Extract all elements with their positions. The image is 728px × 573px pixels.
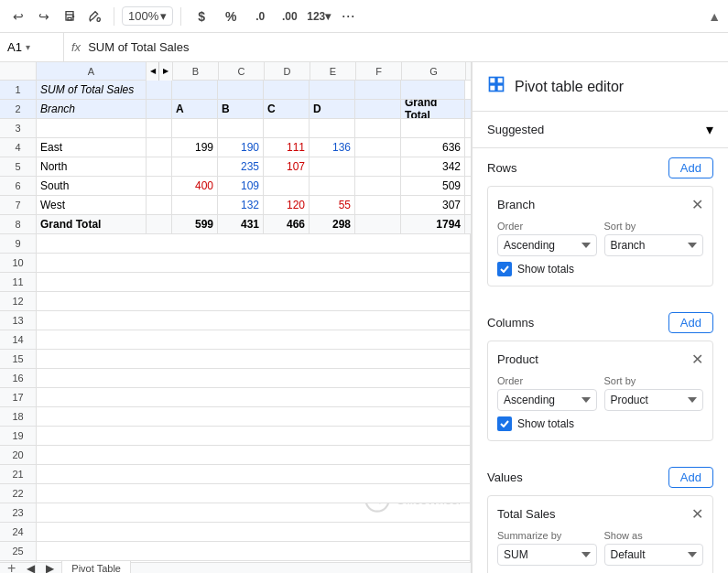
cell-f5[interactable]: [355, 157, 401, 176]
cell-d1[interactable]: [264, 81, 310, 99]
cell-d8[interactable]: 466: [264, 215, 310, 233]
cell-a2[interactable]: Branch: [37, 100, 147, 118]
cell-b3[interactable]: [172, 119, 218, 137]
cell-f2[interactable]: [355, 100, 401, 118]
cell-e2[interactable]: D: [310, 100, 355, 118]
row-num-6[interactable]: 6: [0, 177, 37, 195]
row-num-15[interactable]: 15: [0, 350, 37, 368]
cell-a7[interactable]: West: [37, 196, 147, 214]
cell-a6[interactable]: South: [37, 177, 147, 195]
col-expand-right[interactable]: ▶: [159, 62, 172, 81]
sheet-tab-pivot[interactable]: Pivot Table: [61, 560, 131, 573]
cell-a4[interactable]: East: [37, 138, 147, 157]
cell-a8[interactable]: Grand Total: [37, 215, 147, 233]
cell-e8[interactable]: 298: [310, 215, 355, 233]
branch-show-totals-checkbox[interactable]: [497, 262, 512, 276]
row-num-22[interactable]: 22: [0, 484, 37, 503]
cell-a1[interactable]: SUM of Total Sales: [37, 81, 147, 99]
branch-order-select[interactable]: Ascending Descending: [497, 234, 597, 256]
cell-e1[interactable]: [310, 81, 355, 99]
row-num-10[interactable]: 10: [0, 254, 37, 272]
row-num-25[interactable]: 25: [0, 542, 37, 560]
col-header-b[interactable]: B: [173, 62, 219, 80]
cell-b2[interactable]: A: [172, 100, 218, 118]
cell-e5[interactable]: [310, 157, 355, 176]
zoom-selector[interactable]: 100% ▾: [122, 6, 173, 26]
add-sheet-button[interactable]: +: [4, 560, 19, 574]
total-sales-close-button[interactable]: ✕: [691, 505, 703, 523]
cell-c2[interactable]: B: [218, 100, 264, 118]
show-as-select[interactable]: Default % of row % of col: [604, 544, 704, 566]
row-num-9[interactable]: 9: [0, 234, 37, 253]
row-num-11[interactable]: 11: [0, 273, 37, 291]
cell-b4[interactable]: 199: [172, 138, 218, 157]
collapse-toolbar-button[interactable]: ▲: [708, 9, 721, 24]
summarize-by-select[interactable]: SUM COUNT AVG: [497, 544, 597, 566]
row-num-1[interactable]: 1: [0, 81, 37, 99]
cell-d5[interactable]: 107: [264, 157, 310, 176]
cell-c5[interactable]: 235: [218, 157, 264, 176]
row-num-21[interactable]: 21: [0, 465, 37, 483]
product-sortby-select[interactable]: Product A: [604, 389, 704, 411]
cell-reference[interactable]: A1 ▾: [0, 33, 64, 61]
branch-sortby-select[interactable]: Branch A B: [604, 234, 704, 256]
cell-c6[interactable]: 109: [218, 177, 264, 195]
cell-d2[interactable]: C: [264, 100, 310, 118]
cell-f4[interactable]: [355, 138, 401, 157]
undo-button[interactable]: ↩: [7, 5, 29, 27]
cell-e4[interactable]: 136: [310, 138, 355, 157]
product-close-button[interactable]: ✕: [691, 351, 703, 368]
row-num-12[interactable]: 12: [0, 292, 37, 310]
cell-g8[interactable]: 1794: [401, 215, 465, 233]
values-add-button[interactable]: Add: [668, 467, 713, 488]
col-header-c[interactable]: C: [219, 62, 265, 80]
cell-g3[interactable]: [401, 119, 465, 137]
cell-c1[interactable]: [218, 81, 264, 99]
cell-d3[interactable]: [264, 119, 310, 137]
cell-c8[interactable]: 431: [218, 215, 264, 233]
cell-a5[interactable]: North: [37, 157, 147, 176]
cell-g4[interactable]: 636: [401, 138, 465, 157]
format123-button[interactable]: 123▾: [306, 5, 331, 28]
columns-add-button[interactable]: Add: [668, 312, 713, 333]
cell-e3[interactable]: [310, 119, 355, 137]
branch-close-button[interactable]: ✕: [691, 196, 703, 213]
row-num-8[interactable]: 8: [0, 215, 37, 233]
cell-b5[interactable]: [172, 157, 218, 176]
row-num-3[interactable]: 3: [0, 119, 37, 137]
cell-b7[interactable]: [172, 196, 218, 214]
row-num-18[interactable]: 18: [0, 407, 37, 426]
cell-b6[interactable]: 400: [172, 177, 218, 195]
row-num-17[interactable]: 17: [0, 388, 37, 406]
cell-d4[interactable]: 111: [264, 138, 310, 157]
cell-g2[interactable]: Grand Total: [401, 100, 465, 118]
cell-e6[interactable]: [310, 177, 355, 195]
row-num-20[interactable]: 20: [0, 446, 37, 464]
row-num-5[interactable]: 5: [0, 157, 37, 176]
nav-left-button[interactable]: ◀: [23, 562, 38, 574]
product-show-totals-checkbox[interactable]: [497, 416, 512, 431]
cell-f7[interactable]: [355, 196, 401, 214]
percent-button[interactable]: %: [218, 5, 244, 28]
row-num-7[interactable]: 7: [0, 196, 37, 214]
currency-button[interactable]: $: [189, 5, 214, 28]
print-button[interactable]: [59, 5, 81, 27]
cell-c7[interactable]: 132: [218, 196, 264, 214]
cell-d7[interactable]: 120: [264, 196, 310, 214]
cell-f6[interactable]: [355, 177, 401, 195]
col-header-a[interactable]: A: [37, 62, 147, 80]
cell-b8[interactable]: 599: [172, 215, 218, 233]
row-num-16[interactable]: 16: [0, 369, 37, 387]
col-header-f[interactable]: F: [356, 62, 402, 80]
cell-g7[interactable]: 307: [401, 196, 465, 214]
cell-e7[interactable]: 55: [310, 196, 355, 214]
paint-button[interactable]: [84, 5, 106, 27]
row-num-19[interactable]: 19: [0, 427, 37, 445]
cell-f8[interactable]: [355, 215, 401, 233]
cell-g5[interactable]: 342: [401, 157, 465, 176]
rows-add-button[interactable]: Add: [668, 157, 713, 178]
cell-d6[interactable]: [264, 177, 310, 195]
col-header-g[interactable]: G: [402, 62, 466, 80]
decimal1-button[interactable]: .0: [247, 5, 273, 28]
row-num-24[interactable]: 24: [0, 523, 37, 541]
